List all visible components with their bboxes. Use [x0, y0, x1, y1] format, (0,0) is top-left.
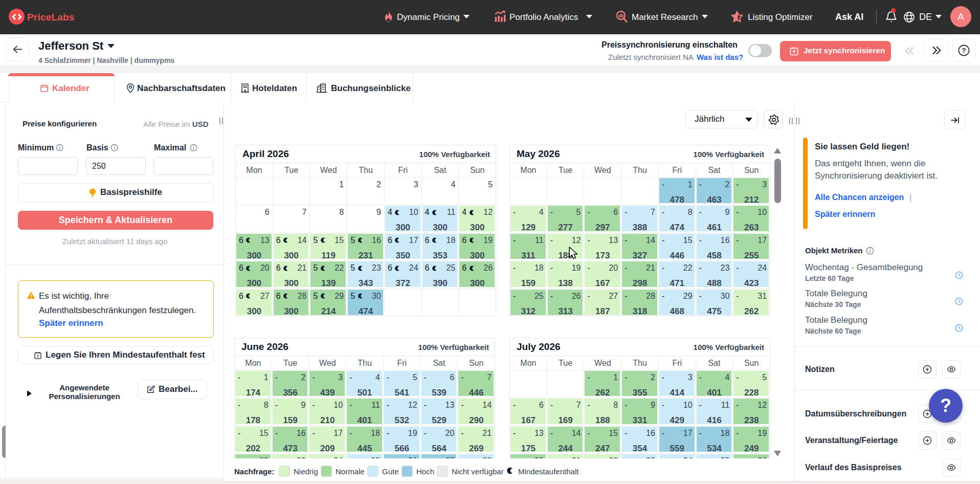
- svg-text:?: ?: [962, 47, 966, 54]
